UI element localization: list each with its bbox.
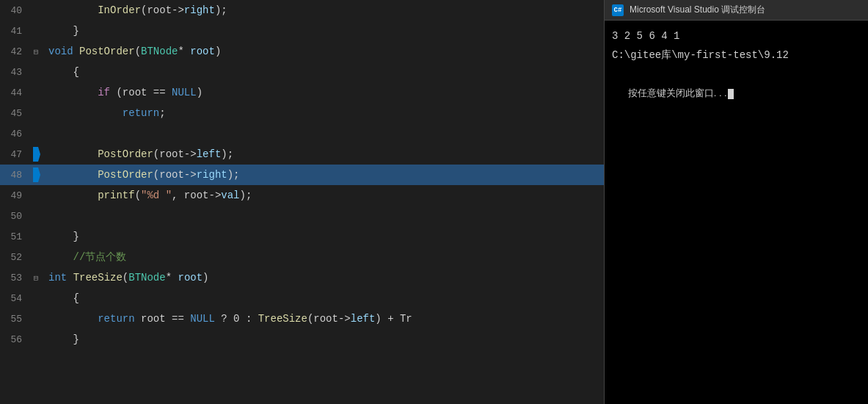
line-content: int TreeSize(BTNode* root) [43, 267, 209, 288]
line-content: if (root == NULL) [43, 82, 203, 103]
code-line-46: 46 [0, 123, 604, 144]
code-line-55: 55 return root == NULL ? 0 : TreeSize(ro… [0, 309, 604, 329]
line-content: { [43, 288, 79, 309]
line-number: 43 [0, 67, 31, 78]
line-indicator [31, 147, 43, 162]
code-line-53: 53⊟int TreeSize(BTNode* root) [0, 267, 604, 288]
line-number: 40 [0, 5, 31, 16]
line-content: return; [43, 103, 166, 123]
line-number: 42 [0, 46, 31, 57]
line-number: 45 [0, 108, 31, 119]
line-number: 53 [0, 273, 31, 284]
code-editor: 40 InOrder(root->right);41 }42⊟void Post… [0, 0, 604, 404]
line-content: void PostOrder(BTNode* root) [43, 41, 221, 62]
line-indicator [31, 167, 43, 182]
collapse-icon[interactable]: ⊟ [34, 47, 39, 57]
line-number: 54 [0, 293, 31, 304]
line-number: 50 [0, 211, 31, 222]
line-number: 47 [0, 149, 31, 160]
line-content: PostOrder(root->left); [43, 144, 233, 165]
code-line-45: 45 return; [0, 103, 604, 123]
code-line-40: 40 InOrder(root->right); [0, 0, 604, 21]
console-output-1: 3 2 5 6 4 1 [612, 26, 861, 46]
cursor [728, 89, 734, 99]
line-number: 46 [0, 129, 31, 140]
line-number: 56 [0, 334, 31, 345]
breakpoint-marker [33, 167, 40, 182]
line-content: printf("%d ", root->val); [43, 185, 252, 206]
console-titlebar: C# Microsoft Visual Studio 调试控制台 [605, 0, 868, 21]
line-content: } [43, 226, 79, 247]
code-lines: 40 InOrder(root->right);41 }42⊟void Post… [0, 0, 604, 350]
line-number: 44 [0, 87, 31, 98]
code-line-41: 41 } [0, 21, 604, 41]
line-content: InOrder(root->right); [43, 0, 227, 21]
code-line-48: 48 PostOrder(root->right); [0, 165, 604, 185]
vs-icon: C# [612, 4, 624, 16]
line-content: return root == NULL ? 0 : TreeSize(root-… [43, 309, 412, 329]
line-content: PostOrder(root->right); [43, 165, 240, 185]
code-line-52: 52 //节点个数 [0, 247, 604, 267]
line-content: } [43, 21, 79, 41]
line-content: { [43, 62, 79, 82]
console-output-3: 按任意键关闭此窗口. . . [612, 65, 861, 122]
line-content: //节点个数 [43, 247, 126, 267]
code-line-50: 50 [0, 206, 604, 226]
code-line-56: 56 } [0, 329, 604, 350]
line-number: 51 [0, 231, 31, 242]
line-number: 55 [0, 314, 31, 325]
code-line-44: 44 if (root == NULL) [0, 82, 604, 103]
line-number: 49 [0, 190, 31, 201]
line-number: 48 [0, 170, 31, 181]
code-line-51: 51 } [0, 226, 604, 247]
console-content: 3 2 5 6 4 1 C:\gitee库\my-first-test\9.12… [605, 21, 868, 404]
line-indicator: ⊟ [31, 47, 43, 57]
line-content: } [43, 329, 79, 350]
code-line-42: 42⊟void PostOrder(BTNode* root) [0, 41, 604, 62]
code-line-47: 47 PostOrder(root->left); [0, 144, 604, 165]
breakpoint-marker [33, 147, 40, 162]
code-line-54: 54 { [0, 288, 604, 309]
line-number: 52 [0, 252, 31, 263]
collapse-icon[interactable]: ⊟ [34, 273, 39, 283]
console-panel: C# Microsoft Visual Studio 调试控制台 3 2 5 6… [604, 0, 868, 404]
line-indicator: ⊟ [31, 273, 43, 283]
code-line-49: 49 printf("%d ", root->val); [0, 185, 604, 206]
line-number: 41 [0, 26, 31, 37]
console-title: Microsoft Visual Studio 调试控制台 [630, 4, 765, 16]
code-line-43: 43 { [0, 62, 604, 82]
console-output-2: C:\gitee库\my-first-test\9.12 [612, 46, 861, 65]
